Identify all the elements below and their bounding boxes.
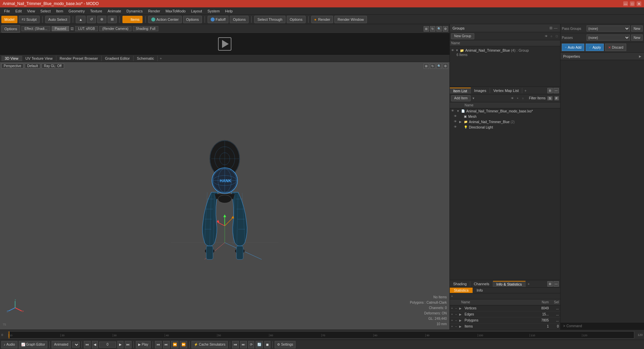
tab-item-list[interactable]: Item List — [450, 88, 471, 94]
animated-button[interactable]: Animated — [52, 341, 70, 348]
tool-transform[interactable]: ⊞ — [108, 16, 117, 23]
filter-s-btn[interactable]: S — [547, 96, 552, 100]
falloff-options-button[interactable]: Options — [230, 16, 249, 23]
item-light[interactable]: 👁 💡 Directional Light — [450, 124, 560, 130]
transport-2[interactable]: ⏭ — [163, 341, 170, 348]
group-expand-arrow[interactable]: ▼ — [455, 49, 459, 52]
mode-sculpt-button[interactable]: F2 Sculpt — [19, 16, 40, 23]
add-tab-button[interactable]: + — [158, 56, 164, 61]
stat-minus-edges[interactable]: − — [455, 313, 459, 316]
stat-minus-polygons[interactable]: − — [455, 319, 459, 322]
menu-texture[interactable]: Texture — [88, 8, 105, 14]
items-button[interactable]: Items — [122, 16, 143, 23]
statistics-subtab[interactable]: Statistics — [450, 288, 473, 293]
extra-transport-5[interactable]: ◼ — [264, 341, 270, 348]
tab-channels[interactable]: Channels — [470, 281, 493, 287]
tab-schematic[interactable]: Schematic — [133, 56, 158, 61]
item-group[interactable]: 👁 ▶ 📁 Animal_Nail_Trimmer_Blue (2) — [450, 119, 560, 124]
menu-geometry[interactable]: Geometry — [66, 8, 87, 14]
animated-dropdown[interactable] — [72, 342, 79, 348]
close-button[interactable]: ✕ — [637, 1, 641, 6]
next-frame-button[interactable]: ▶ — [117, 341, 123, 348]
settings-icon[interactable]: ⚙ — [443, 26, 448, 32]
info-subtab[interactable]: Info — [473, 288, 487, 293]
menu-help[interactable]: Help — [222, 8, 235, 14]
extra-transport-2[interactable]: ⏭ — [240, 341, 247, 348]
add-item-button[interactable]: Add Item — [451, 95, 471, 101]
prev-frame-button[interactable]: ◀ — [92, 341, 98, 348]
select-through-options-button[interactable]: Options — [287, 16, 306, 23]
action-options-button[interactable]: Options — [183, 16, 202, 23]
auto-add-button[interactable]: + Auto Add — [562, 44, 584, 51]
menu-item[interactable]: Item — [53, 8, 66, 14]
maximize-button[interactable]: □ — [630, 1, 635, 6]
perspective-button[interactable]: Perspective — [1, 63, 23, 68]
menu-view[interactable]: View — [24, 8, 38, 14]
item-root[interactable]: 👁 ▼ 📄 Animal_Nail_Trimmer_Blue_modo_base… — [450, 108, 560, 114]
eye-icon-3[interactable]: □ — [555, 34, 559, 38]
default-button[interactable]: Default — [25, 63, 40, 68]
tab-images[interactable]: Images — [471, 88, 490, 93]
groups-minimize-icon[interactable]: — — [554, 26, 557, 30]
item-eye-icon-2[interactable]: + — [516, 96, 520, 100]
falloff-button[interactable]: Falloff — [208, 16, 229, 23]
effect-selector[interactable]: Options — [1, 25, 20, 33]
tab-vertex-map[interactable]: Vertex Map List — [490, 88, 523, 93]
graph-editor-button[interactable]: 📈 Graph Editor — [19, 341, 48, 348]
new-group-button[interactable]: New Group — [451, 33, 474, 39]
extra-transport-3[interactable]: ⟳ — [248, 341, 254, 348]
action-center-button[interactable]: Action Center — [148, 16, 182, 23]
tab-info-stats[interactable]: Info & Statistics — [493, 281, 526, 287]
render-window-button[interactable]: Render Window — [334, 16, 367, 23]
stat-minus-items[interactable]: − — [455, 325, 459, 328]
extra-transport-1[interactable]: ⏮ — [232, 341, 239, 348]
transport-1[interactable]: ⏮ — [155, 341, 162, 348]
play-button-bottom[interactable]: ▶ Play — [136, 341, 151, 348]
stat-expand-polygons[interactable]: ▶ — [459, 319, 463, 322]
zoom-icon[interactable]: 🔍 — [436, 26, 442, 32]
tab-renderpreset[interactable]: Render Preset Browser — [56, 56, 102, 61]
stat-add-edges[interactable]: + — [451, 313, 455, 316]
menu-select[interactable]: Select — [38, 8, 53, 14]
prev-key-button[interactable]: ⏮ — [84, 341, 91, 348]
passes-new-button[interactable]: New — [631, 35, 643, 41]
cache-simulators-button[interactable]: ⚡ Cache Simulators — [192, 341, 228, 348]
stat-expand-edges[interactable]: ▶ — [459, 313, 463, 316]
stat-minus-vertices[interactable]: − — [455, 307, 459, 310]
auto-select-button[interactable]: Auto Select — [45, 16, 70, 23]
tab-gradient[interactable]: Gradient Editor — [102, 56, 133, 61]
stat-add-vertices[interactable]: + — [451, 307, 455, 310]
discard-button[interactable]: ✕ Discard — [605, 44, 626, 51]
fit-icon[interactable]: ⊞ — [424, 26, 429, 32]
play-button[interactable] — [218, 37, 231, 51]
next-key-button[interactable]: ⏭ — [125, 341, 131, 348]
timeline-container[interactable]: 10 20 30 40 50 60 70 80 90 100 110 120 — [8, 331, 634, 339]
stat-add-items[interactable]: + — [451, 325, 455, 328]
item-eye-icon-1[interactable]: 👁 — [510, 96, 514, 100]
menu-animate[interactable]: Animate — [105, 8, 124, 14]
menu-maxtomodo[interactable]: MaxToModo — [163, 8, 188, 14]
filter-f-btn[interactable]: F — [554, 96, 559, 100]
stats-expand-icon[interactable]: ⊞ — [547, 281, 553, 287]
pass-groups-new-button[interactable]: New — [631, 26, 643, 32]
vp-zoom-icon[interactable]: 🔍 — [436, 63, 442, 69]
menu-dynamics[interactable]: Dynamics — [124, 8, 145, 14]
vp-settings-icon[interactable]: ⚙ — [443, 63, 448, 69]
item-expand-group[interactable]: ▶ — [459, 120, 463, 123]
tool-scale[interactable]: ⊕ — [97, 16, 106, 23]
passes-select[interactable]: (none) — [587, 35, 630, 41]
stat-expand-vertices[interactable]: ▶ — [459, 307, 463, 310]
tool-move[interactable]: ▲ — [76, 16, 86, 23]
menu-system[interactable]: System — [205, 8, 222, 14]
group-item-main[interactable]: 👁 ▼ 📁 Animal_Nail_Trimmer_Blue (4) : Gro… — [451, 48, 559, 53]
frame-input[interactable] — [99, 342, 116, 348]
tab-add-button[interactable]: + — [522, 88, 528, 93]
raygl-button[interactable]: Ray GL: Off — [42, 63, 64, 68]
transport-3[interactable]: ⏪ — [171, 341, 178, 348]
render-button[interactable]: ● Render — [311, 16, 333, 23]
panel-minimize-icon[interactable]: — — [553, 88, 559, 93]
transport-4[interactable]: ⏩ — [180, 341, 187, 348]
properties-expand-icon[interactable]: ▶ — [639, 55, 641, 58]
3d-viewport[interactable]: Perspective Default Ray GL: Off ⊞ ↻ 🔍 ⚙ — [0, 62, 449, 330]
minimize-button[interactable]: — — [623, 1, 628, 6]
